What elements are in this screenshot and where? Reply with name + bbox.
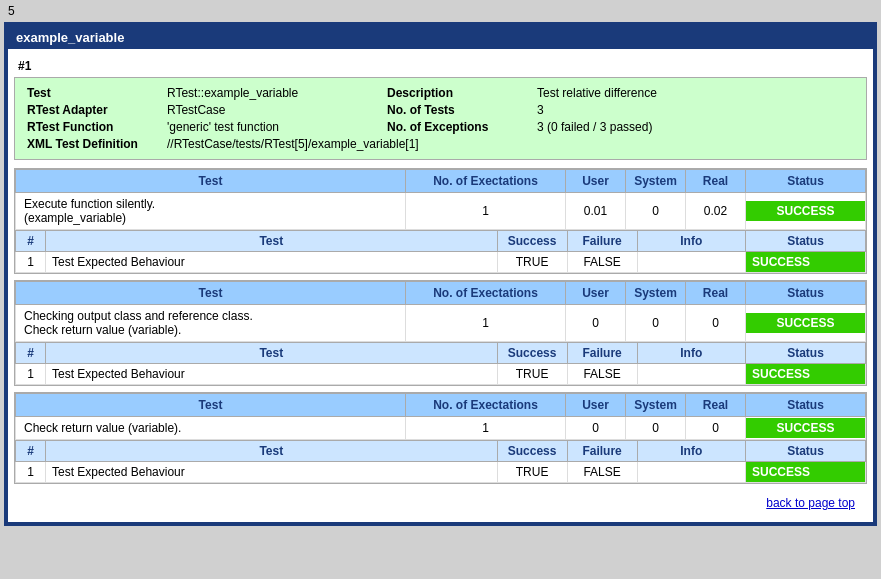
label-no-of-tests: No. of Tests bbox=[387, 103, 537, 117]
label-rtest-adapter: RTest Adapter bbox=[27, 103, 167, 117]
th-real-3: Real bbox=[686, 394, 746, 417]
test-block-3: Test No. of Exectations User System Real… bbox=[14, 392, 867, 484]
label-rtest-function: RTest Function bbox=[27, 120, 167, 134]
sub-info-1-1 bbox=[637, 252, 745, 273]
test-user-1: 0.01 bbox=[566, 193, 626, 230]
instance-label: #1 bbox=[14, 55, 867, 77]
th-status-3: Status bbox=[746, 394, 866, 417]
test-main-table-3: Test No. of Exectations User System Real… bbox=[15, 393, 866, 440]
test-block-2: Test No. of Exectations User System Real… bbox=[14, 280, 867, 386]
sub-num-3-1: 1 bbox=[16, 462, 46, 483]
success-badge-1: SUCCESS bbox=[746, 201, 865, 221]
sub-th-failure-2: Failure bbox=[567, 343, 637, 364]
sub-info-3-1 bbox=[637, 462, 745, 483]
test-exp-1: 1 bbox=[406, 193, 566, 230]
th-test-2: Test bbox=[16, 282, 406, 305]
th-expectations-3: No. of Exectations bbox=[406, 394, 566, 417]
label-no-of-exceptions: No. of Exceptions bbox=[387, 120, 537, 134]
test-desc-1: Execute function silently. (example_vari… bbox=[16, 193, 406, 230]
sub-success-1-1: TRUE bbox=[497, 252, 567, 273]
label-description: Description bbox=[387, 86, 537, 100]
test-main-table-1: Test No. of Exectations User System Real… bbox=[15, 169, 866, 230]
info-card: Test RTest::example_variable Description… bbox=[14, 77, 867, 160]
sub-th-status-2: Status bbox=[746, 343, 866, 364]
sub-table-3: # Test Success Failure Info Status 1 Tes… bbox=[15, 440, 866, 483]
sub-th-success-3: Success bbox=[497, 441, 567, 462]
test-real-3: 0 bbox=[686, 417, 746, 440]
sub-test-3-1: Test Expected Behaviour bbox=[46, 462, 498, 483]
inner-container: #1 Test RTest::example_variable Descript… bbox=[8, 49, 873, 522]
sub-th-failure-3: Failure bbox=[567, 441, 637, 462]
value-rtest-function: 'generic' test function bbox=[167, 120, 387, 134]
value-rtest-adapter: RTestCase bbox=[167, 103, 387, 117]
value-test: RTest::example_variable bbox=[167, 86, 387, 100]
test-status-3: SUCCESS bbox=[746, 417, 866, 440]
table-row: 1 Test Expected Behaviour TRUE FALSE SUC… bbox=[16, 252, 866, 273]
sub-th-test-3: Test bbox=[46, 441, 498, 462]
test-user-3: 0 bbox=[566, 417, 626, 440]
sub-th-success-2: Success bbox=[497, 343, 567, 364]
sub-th-hash-3: # bbox=[16, 441, 46, 462]
sub-status-2-1: SUCCESS bbox=[746, 364, 866, 385]
test-status-1: SUCCESS bbox=[746, 193, 866, 230]
th-real-2: Real bbox=[686, 282, 746, 305]
test-sys-1: 0 bbox=[626, 193, 686, 230]
th-status-1: Status bbox=[746, 170, 866, 193]
table-row: Execute function silently. (example_vari… bbox=[16, 193, 866, 230]
table-row: 1 Test Expected Behaviour TRUE FALSE SUC… bbox=[16, 364, 866, 385]
test-main-table-2: Test No. of Exectations User System Real… bbox=[15, 281, 866, 342]
back-to-top-container: back to page top bbox=[14, 490, 867, 516]
sub-test-2-1: Test Expected Behaviour bbox=[46, 364, 498, 385]
th-user-3: User bbox=[566, 394, 626, 417]
sub-test-1-1: Test Expected Behaviour bbox=[46, 252, 498, 273]
back-to-top-link[interactable]: back to page top bbox=[766, 496, 855, 510]
test-sys-3: 0 bbox=[626, 417, 686, 440]
outer-container: example_variable #1 Test RTest::example_… bbox=[4, 22, 877, 526]
th-status-2: Status bbox=[746, 282, 866, 305]
sub-success-2-1: TRUE bbox=[497, 364, 567, 385]
sub-th-hash-1: # bbox=[16, 231, 46, 252]
test-real-2: 0 bbox=[686, 305, 746, 342]
test-status-2: SUCCESS bbox=[746, 305, 866, 342]
test-sys-2: 0 bbox=[626, 305, 686, 342]
sub-th-status-1: Status bbox=[746, 231, 866, 252]
th-user-1: User bbox=[566, 170, 626, 193]
test-block-1: Test No. of Exectations User System Real… bbox=[14, 168, 867, 274]
th-system-3: System bbox=[626, 394, 686, 417]
test-desc-3: Check return value (variable). bbox=[16, 417, 406, 440]
sub-success-3-1: TRUE bbox=[497, 462, 567, 483]
value-no-of-exceptions: 3 (0 failed / 3 passed) bbox=[537, 120, 854, 134]
sub-status-1-1: SUCCESS bbox=[746, 252, 866, 273]
test-desc-2: Checking output class and reference clas… bbox=[16, 305, 406, 342]
sub-th-info-3: Info bbox=[637, 441, 745, 462]
value-description: Test relative difference bbox=[537, 86, 854, 100]
table-row: 1 Test Expected Behaviour TRUE FALSE SUC… bbox=[16, 462, 866, 483]
th-system-2: System bbox=[626, 282, 686, 305]
value-xml-test-def: //RTestCase/tests/RTest[5]/example_varia… bbox=[167, 137, 854, 151]
th-user-2: User bbox=[566, 282, 626, 305]
sub-table-1: # Test Success Failure Info Status 1 Tes… bbox=[15, 230, 866, 273]
th-system-1: System bbox=[626, 170, 686, 193]
sub-failure-3-1: FALSE bbox=[567, 462, 637, 483]
success-badge-2: SUCCESS bbox=[746, 313, 865, 333]
th-test-1: Test bbox=[16, 170, 406, 193]
sub-table-2: # Test Success Failure Info Status 1 Tes… bbox=[15, 342, 866, 385]
sub-th-info-2: Info bbox=[637, 343, 745, 364]
sub-failure-1-1: FALSE bbox=[567, 252, 637, 273]
sub-th-success-1: Success bbox=[497, 231, 567, 252]
page-number: 5 bbox=[0, 0, 881, 22]
label-test: Test bbox=[27, 86, 167, 100]
table-row: Check return value (variable). 1 0 0 0 S… bbox=[16, 417, 866, 440]
th-real-1: Real bbox=[686, 170, 746, 193]
th-test-3: Test bbox=[16, 394, 406, 417]
sub-num-2-1: 1 bbox=[16, 364, 46, 385]
sub-failure-2-1: FALSE bbox=[567, 364, 637, 385]
sub-th-status-3: Status bbox=[746, 441, 866, 462]
section-title: example_variable bbox=[8, 26, 873, 49]
label-xml-test-def: XML Test Definition bbox=[27, 137, 167, 151]
sub-th-failure-1: Failure bbox=[567, 231, 637, 252]
sub-info-2-1 bbox=[637, 364, 745, 385]
sub-th-info-1: Info bbox=[637, 231, 745, 252]
sub-num-1-1: 1 bbox=[16, 252, 46, 273]
test-exp-2: 1 bbox=[406, 305, 566, 342]
